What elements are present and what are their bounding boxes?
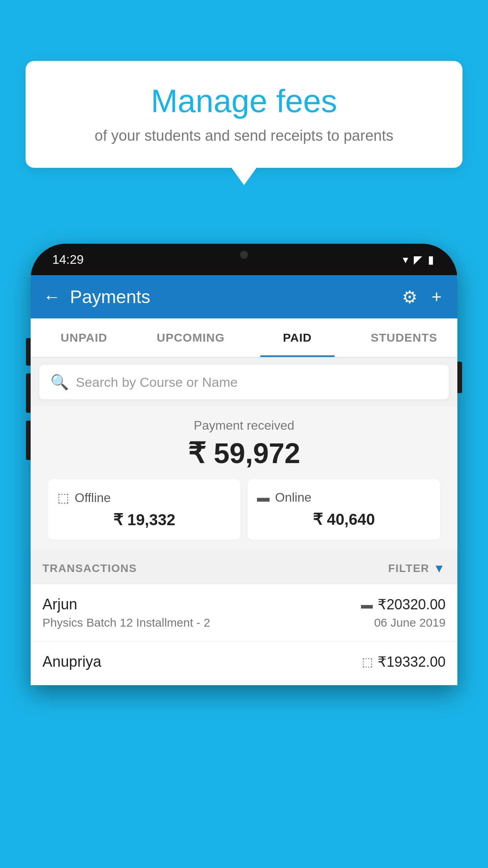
transaction-amount: ₹19332.00 xyxy=(378,654,446,670)
search-input[interactable]: Search by Course or Name xyxy=(76,375,238,390)
offline-amount: ₹ 19,332 xyxy=(57,511,231,529)
tab-students[interactable]: STUDENTS xyxy=(351,318,458,357)
transactions-label: TRANSACTIONS xyxy=(42,562,137,575)
payment-total-amount: ₹ 59,972 xyxy=(39,437,449,470)
status-icons: ▾ ◤ ▮ xyxy=(403,253,434,266)
filter-label: FILTER xyxy=(388,562,429,575)
transaction-name: Anupriya xyxy=(42,653,101,670)
payment-cards: ⬚ Offline ₹ 19,332 ▬ Online ₹ 40,640 xyxy=(48,479,440,540)
search-icon: 🔍 xyxy=(50,373,69,391)
transaction-amount-row: ⬚ ₹19332.00 xyxy=(362,654,446,670)
transaction-top-row: Arjun ▬ ₹20320.00 xyxy=(42,596,446,613)
status-bar: 14:29 ▾ ◤ ▮ xyxy=(31,244,457,275)
tab-upcoming[interactable]: UPCOMING xyxy=(138,318,244,357)
transaction-name: Arjun xyxy=(42,596,77,613)
transaction-amount-row: ▬ ₹20320.00 xyxy=(361,596,446,613)
volume-up-button xyxy=(26,338,31,366)
tabs-bar: UNPAID UPCOMING PAID STUDENTS xyxy=(31,318,457,358)
phone-frame: 14:29 ▾ ◤ ▮ ← Payments ⚙ + xyxy=(31,244,457,685)
camera xyxy=(240,250,248,259)
transactions-header: TRANSACTIONS FILTER ▼ xyxy=(31,549,457,584)
page-title: Payments xyxy=(70,286,393,307)
transaction-row[interactable]: Anupriya ⬚ ₹19332.00 xyxy=(31,641,457,685)
offline-payment-icon: ⬚ xyxy=(362,655,373,669)
header-actions: ⚙ + xyxy=(402,287,442,307)
search-bar[interactable]: 🔍 Search by Course or Name xyxy=(39,365,449,399)
silent-button xyxy=(26,421,31,460)
signal-icon: ◤ xyxy=(414,253,422,266)
tab-unpaid[interactable]: UNPAID xyxy=(31,318,138,357)
payment-summary: Payment received ₹ 59,972 ⬚ Offline ₹ 19… xyxy=(31,406,457,549)
wifi-icon: ▾ xyxy=(403,253,408,266)
online-card: ▬ Online ₹ 40,640 xyxy=(248,479,440,540)
app-header: ← Payments ⚙ + xyxy=(31,275,457,318)
transaction-amount: ₹20320.00 xyxy=(378,596,446,613)
filter-icon: ▼ xyxy=(433,562,446,575)
filter-button[interactable]: FILTER ▼ xyxy=(388,562,446,575)
transaction-course: Physics Batch 12 Installment - 2 xyxy=(42,616,210,629)
settings-icon[interactable]: ⚙ xyxy=(402,287,417,307)
volume-down-button xyxy=(26,373,31,413)
transaction-bottom-row: Physics Batch 12 Installment - 2 06 June… xyxy=(42,616,446,629)
online-label: Online xyxy=(275,490,312,505)
tooltip-title: Manage fees xyxy=(49,83,439,120)
offline-icon: ⬚ xyxy=(57,490,69,505)
power-button xyxy=(457,362,462,393)
add-icon[interactable]: + xyxy=(431,287,442,307)
transaction-date: 06 June 2019 xyxy=(374,616,446,629)
transaction-top-row: Anupriya ⬚ ₹19332.00 xyxy=(42,653,446,670)
battery-icon: ▮ xyxy=(428,253,434,266)
offline-card-header: ⬚ Offline xyxy=(57,490,231,505)
offline-card: ⬚ Offline ₹ 19,332 xyxy=(48,479,240,540)
tooltip-subtitle: of your students and send receipts to pa… xyxy=(49,127,439,144)
tab-paid[interactable]: PAID xyxy=(244,318,351,357)
payment-received-label: Payment received xyxy=(39,418,449,433)
online-icon: ▬ xyxy=(257,490,270,505)
tooltip-card: Manage fees of your students and send re… xyxy=(26,61,462,168)
status-time: 14:29 xyxy=(52,252,84,267)
app-screen: ← Payments ⚙ + UNPAID UPCOMING PAID xyxy=(31,275,457,685)
online-card-header: ▬ Online xyxy=(257,490,431,505)
transaction-row[interactable]: Arjun ▬ ₹20320.00 Physics Batch 12 Insta… xyxy=(31,584,457,641)
online-amount: ₹ 40,640 xyxy=(257,510,431,528)
offline-label: Offline xyxy=(75,491,111,505)
notch xyxy=(209,244,279,265)
online-payment-icon: ▬ xyxy=(361,598,373,611)
back-button[interactable]: ← xyxy=(43,288,61,305)
